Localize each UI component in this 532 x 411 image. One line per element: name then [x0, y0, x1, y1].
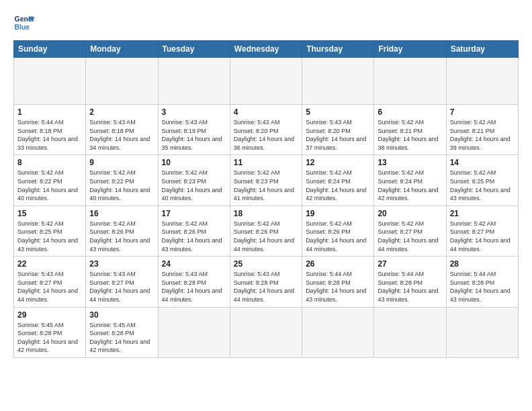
calendar-cell-4-6: 28Sunrise: 5:44 AMSunset: 8:28 PMDayligh… [446, 257, 518, 307]
day-info: Sunrise: 5:42 AMSunset: 8:25 PMDaylight:… [17, 220, 82, 253]
day-info: Sunrise: 5:43 AMSunset: 8:28 PMDaylight:… [234, 270, 298, 304]
day-info: Sunrise: 5:42 AMSunset: 8:21 PMDaylight:… [378, 118, 442, 152]
calendar-cell-5-6 [446, 307, 518, 357]
calendar-cell-2-4: 12Sunrise: 5:42 AMSunset: 8:24 PMDayligh… [302, 155, 374, 205]
day-info: Sunrise: 5:42 AMSunset: 8:24 PMDaylight:… [306, 169, 370, 202]
logo: General Blue [13, 12, 35, 34]
calendar-cell-2-2: 10Sunrise: 5:42 AMSunset: 8:23 PMDayligh… [158, 155, 230, 205]
day-info: Sunrise: 5:42 AMSunset: 8:24 PMDaylight:… [378, 169, 442, 202]
day-info: Sunrise: 5:42 AMSunset: 8:25 PMDaylight:… [450, 169, 515, 202]
day-number: 6 [378, 107, 442, 117]
day-number: 28 [450, 259, 515, 269]
day-info: Sunrise: 5:42 AMSunset: 8:27 PMDaylight:… [378, 220, 442, 253]
day-number: 9 [89, 158, 154, 167]
calendar-cell-3-4: 19Sunrise: 5:42 AMSunset: 8:26 PMDayligh… [302, 205, 374, 256]
calendar-cell-2-3: 11Sunrise: 5:42 AMSunset: 8:23 PMDayligh… [230, 155, 302, 205]
calendar-cell-2-6: 14Sunrise: 5:42 AMSunset: 8:25 PMDayligh… [446, 155, 518, 205]
calendar-cell-4-0: 22Sunrise: 5:43 AMSunset: 8:27 PMDayligh… [14, 257, 86, 307]
weekday-header-thursday: Thursday [302, 41, 374, 58]
day-number: 18 [234, 209, 298, 218]
calendar-cell-0-5 [374, 58, 446, 105]
calendar-cell-5-3 [230, 307, 302, 357]
day-info: Sunrise: 5:43 AMSunset: 8:20 PMDaylight:… [234, 118, 298, 152]
calendar-cell-0-0 [14, 58, 86, 105]
day-info: Sunrise: 5:42 AMSunset: 8:26 PMDaylight:… [234, 220, 298, 253]
week-row-3: 15Sunrise: 5:42 AMSunset: 8:25 PMDayligh… [14, 205, 519, 256]
week-row-5: 29Sunrise: 5:45 AMSunset: 8:28 PMDayligh… [14, 307, 519, 357]
day-number: 25 [234, 259, 298, 269]
week-row-2: 8Sunrise: 5:42 AMSunset: 8:22 PMDaylight… [14, 155, 519, 205]
day-number: 27 [378, 259, 442, 269]
day-info: Sunrise: 5:42 AMSunset: 8:23 PMDaylight:… [162, 169, 226, 202]
week-row-4: 22Sunrise: 5:43 AMSunset: 8:27 PMDayligh… [14, 257, 519, 307]
calendar-cell-0-2 [158, 58, 230, 105]
weekday-header-friday: Friday [374, 41, 446, 58]
day-info: Sunrise: 5:45 AMSunset: 8:28 PMDaylight:… [17, 321, 82, 355]
calendar-cell-0-3 [230, 58, 302, 105]
calendar-cell-3-6: 21Sunrise: 5:42 AMSunset: 8:27 PMDayligh… [446, 205, 518, 256]
calendar-cell-0-6 [446, 58, 518, 105]
calendar-cell-2-1: 9Sunrise: 5:42 AMSunset: 8:22 PMDaylight… [86, 155, 158, 205]
calendar-cell-1-6: 7Sunrise: 5:42 AMSunset: 8:21 PMDaylight… [446, 105, 518, 155]
day-number: 4 [234, 107, 298, 117]
calendar-cell-4-4: 26Sunrise: 5:44 AMSunset: 8:28 PMDayligh… [302, 257, 374, 307]
day-number: 20 [378, 209, 442, 218]
calendar-cell-5-1: 30Sunrise: 5:45 AMSunset: 8:28 PMDayligh… [86, 307, 158, 357]
week-row-1: 1Sunrise: 5:44 AMSunset: 8:18 PMDaylight… [14, 105, 519, 155]
calendar-cell-4-1: 23Sunrise: 5:43 AMSunset: 8:27 PMDayligh… [86, 257, 158, 307]
day-number: 22 [17, 259, 82, 269]
day-number: 19 [306, 209, 370, 218]
day-info: Sunrise: 5:43 AMSunset: 8:19 PMDaylight:… [162, 118, 226, 152]
calendar-cell-3-2: 17Sunrise: 5:42 AMSunset: 8:26 PMDayligh… [158, 205, 230, 256]
day-number: 13 [378, 158, 442, 167]
day-number: 24 [162, 259, 226, 269]
calendar-cell-4-5: 27Sunrise: 5:44 AMSunset: 8:28 PMDayligh… [374, 257, 446, 307]
calendar-cell-5-2 [158, 307, 230, 357]
day-number: 12 [306, 158, 370, 167]
weekday-header-saturday: Saturday [446, 41, 518, 58]
day-number: 29 [17, 310, 82, 320]
day-info: Sunrise: 5:42 AMSunset: 8:26 PMDaylight:… [162, 220, 226, 253]
general-blue-logo-icon: General Blue [13, 12, 35, 34]
day-number: 30 [89, 310, 154, 320]
day-info: Sunrise: 5:44 AMSunset: 8:28 PMDaylight:… [378, 270, 442, 304]
weekday-header-monday: Monday [86, 41, 158, 58]
day-info: Sunrise: 5:43 AMSunset: 8:27 PMDaylight:… [17, 270, 82, 304]
day-info: Sunrise: 5:43 AMSunset: 8:18 PMDaylight:… [89, 118, 154, 152]
day-info: Sunrise: 5:44 AMSunset: 8:28 PMDaylight:… [306, 270, 370, 304]
calendar-cell-1-3: 4Sunrise: 5:43 AMSunset: 8:20 PMDaylight… [230, 105, 302, 155]
day-number: 8 [17, 158, 82, 167]
day-info: Sunrise: 5:44 AMSunset: 8:28 PMDaylight:… [450, 270, 515, 304]
day-number: 7 [450, 107, 515, 117]
calendar-cell-4-3: 25Sunrise: 5:43 AMSunset: 8:28 PMDayligh… [230, 257, 302, 307]
day-info: Sunrise: 5:42 AMSunset: 8:23 PMDaylight:… [234, 169, 298, 202]
day-number: 2 [89, 107, 154, 117]
weekday-header-row: SundayMondayTuesdayWednesdayThursdayFrid… [14, 41, 519, 58]
calendar-cell-1-1: 2Sunrise: 5:43 AMSunset: 8:18 PMDaylight… [86, 105, 158, 155]
calendar-cell-5-0: 29Sunrise: 5:45 AMSunset: 8:28 PMDayligh… [14, 307, 86, 357]
calendar-cell-0-4 [302, 58, 374, 105]
day-number: 10 [162, 158, 226, 167]
day-info: Sunrise: 5:42 AMSunset: 8:22 PMDaylight:… [17, 169, 82, 202]
header: General Blue [13, 12, 519, 34]
calendar-cell-1-4: 5Sunrise: 5:43 AMSunset: 8:20 PMDaylight… [302, 105, 374, 155]
day-info: Sunrise: 5:42 AMSunset: 8:27 PMDaylight:… [450, 220, 515, 253]
calendar-cell-3-1: 16Sunrise: 5:42 AMSunset: 8:26 PMDayligh… [86, 205, 158, 256]
calendar-cell-0-1 [86, 58, 158, 105]
calendar-cell-2-5: 13Sunrise: 5:42 AMSunset: 8:24 PMDayligh… [374, 155, 446, 205]
day-number: 23 [89, 259, 154, 269]
calendar-cell-1-2: 3Sunrise: 5:43 AMSunset: 8:19 PMDaylight… [158, 105, 230, 155]
day-info: Sunrise: 5:42 AMSunset: 8:21 PMDaylight:… [450, 118, 515, 152]
svg-text:Blue: Blue [15, 24, 30, 31]
calendar-cell-5-5 [374, 307, 446, 357]
day-number: 21 [450, 209, 515, 218]
day-info: Sunrise: 5:42 AMSunset: 8:22 PMDaylight:… [89, 169, 154, 202]
week-row-0 [14, 58, 519, 105]
calendar-cell-3-3: 18Sunrise: 5:42 AMSunset: 8:26 PMDayligh… [230, 205, 302, 256]
calendar-cell-2-0: 8Sunrise: 5:42 AMSunset: 8:22 PMDaylight… [14, 155, 86, 205]
day-info: Sunrise: 5:44 AMSunset: 8:18 PMDaylight:… [17, 118, 82, 152]
calendar-cell-3-5: 20Sunrise: 5:42 AMSunset: 8:27 PMDayligh… [374, 205, 446, 256]
day-number: 26 [306, 259, 370, 269]
day-info: Sunrise: 5:42 AMSunset: 8:26 PMDaylight:… [306, 220, 370, 253]
day-number: 11 [234, 158, 298, 167]
